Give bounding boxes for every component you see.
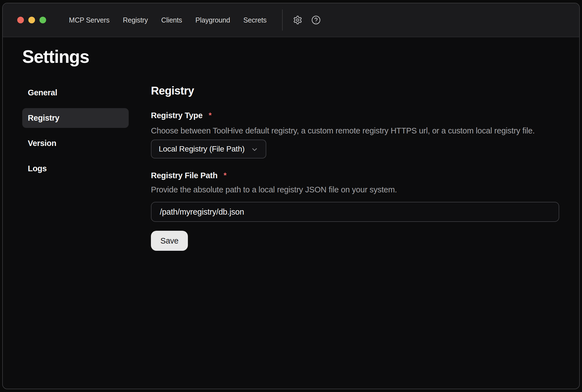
main-nav: MCP Servers Registry Clients Playground … [69,16,267,24]
titlebar: MCP Servers Registry Clients Playground … [3,3,579,37]
settings-gear-button[interactable] [293,15,303,25]
registry-type-selected-option: Local Registry (File Path) [159,145,245,153]
sidebar-item-general[interactable]: General [22,83,129,103]
app-window: MCP Servers Registry Clients Playground … [2,3,580,389]
sidebar-item-registry[interactable]: Registry [22,108,129,128]
registry-file-path-input[interactable] [151,202,559,222]
nav-secrets[interactable]: Secrets [243,16,267,24]
registry-file-path-field: Registry File Path * Provide the absolut… [151,171,559,222]
close-button[interactable] [17,17,24,23]
sidebar-item-logs[interactable]: Logs [22,159,129,178]
page-title: Settings [22,46,559,67]
registry-settings-panel: Registry Registry Type * Choose between … [151,83,559,251]
nav-playground[interactable]: Playground [195,16,230,24]
gear-icon [293,15,302,25]
registry-type-select[interactable]: Local Registry (File Path) [151,140,266,158]
titlebar-divider [282,9,283,31]
nav-mcp-servers[interactable]: MCP Servers [69,16,110,24]
nav-registry[interactable]: Registry [123,16,148,24]
settings-page: Settings General Registry Version Logs R… [3,37,579,251]
desktop-background: MCP Servers Registry Clients Playground … [0,0,582,392]
registry-type-label-text: Registry Type [151,111,203,120]
settings-layout: General Registry Version Logs Registry R… [22,83,559,251]
registry-file-path-description: Provide the absolute path to a local reg… [151,185,559,195]
window-controls [3,17,46,23]
registry-type-description: Choose between ToolHive default registry… [151,126,559,136]
nav-clients[interactable]: Clients [161,16,182,24]
required-asterisk: * [224,171,227,180]
registry-file-path-label-text: Registry File Path [151,171,218,180]
help-circle-icon [311,15,321,25]
registry-type-field: Registry Type * Choose between ToolHive … [151,111,559,158]
settings-sidebar: General Registry Version Logs [22,83,129,178]
registry-type-label: Registry Type * [151,111,559,120]
registry-file-path-label: Registry File Path * [151,171,559,180]
minimize-button[interactable] [28,17,35,23]
save-button[interactable]: Save [151,231,188,251]
chevron-down-icon [251,146,258,153]
zoom-button[interactable] [39,17,46,23]
help-button[interactable] [311,15,321,25]
panel-heading: Registry [151,84,559,97]
sidebar-item-version[interactable]: Version [22,133,129,153]
required-asterisk: * [209,111,212,120]
